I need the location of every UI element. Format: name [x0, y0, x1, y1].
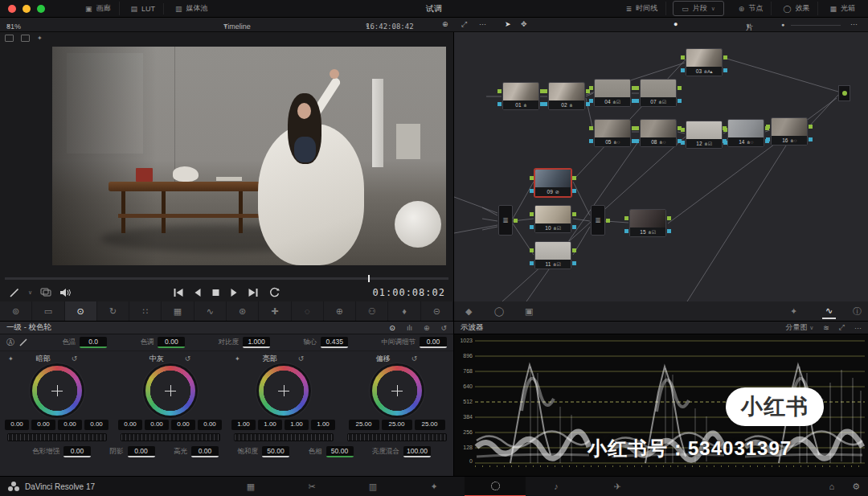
node-05[interactable]: 05ılı ◌ [594, 119, 631, 147]
reset-icon[interactable]: ↺ [298, 355, 305, 363]
page-media-button[interactable]: ▦ [220, 477, 281, 496]
camera-raw-icon[interactable]: ⊚ [0, 301, 32, 321]
page-fairlight-button[interactable]: ♪ [526, 477, 587, 496]
node-08[interactable]: 08ılı ◌ [640, 119, 677, 147]
node-options-icon[interactable]: ··· [850, 20, 858, 28]
lum-mix-field[interactable]: 100.00 [403, 446, 431, 457]
enhance-icon[interactable]: ✦ [37, 35, 43, 42]
pivot-field[interactable]: 0.435 [321, 337, 348, 348]
project-settings-icon[interactable]: ⚙ [852, 482, 860, 492]
curves-icon[interactable]: ∿ [194, 301, 227, 321]
viewer-canvas[interactable] [52, 47, 446, 265]
parallel-mixer-node[interactable]: ≣ [498, 205, 513, 236]
scope-settings-icon[interactable]: ≋ [823, 324, 829, 332]
power-window-icon[interactable]: ◌ [292, 301, 324, 321]
saturation-field[interactable]: 50.00 [262, 446, 289, 457]
tracker-icon[interactable]: ⊕ [324, 301, 356, 321]
stop-button[interactable] [212, 288, 220, 297]
blur-icon[interactable]: ♦ [388, 301, 420, 321]
scopes-panel-icon[interactable]: ∿ [822, 304, 836, 319]
go-to-end-button[interactable] [248, 288, 259, 297]
page-edit-button[interactable]: ▥ [342, 477, 403, 496]
node-04[interactable]: 04ılı ☑ [594, 79, 631, 107]
qualifier-icon[interactable]: ✚ [259, 301, 291, 321]
nodes-view-button[interactable]: ⊛ 节点 [731, 2, 772, 15]
offset-color-wheel[interactable] [372, 366, 422, 416]
bars-mode-icon[interactable]: ılı [407, 324, 412, 332]
scope-options-icon[interactable]: ··· [854, 324, 862, 332]
lift-master-slider[interactable] [7, 433, 107, 441]
wipe-compare-icon[interactable] [40, 288, 51, 297]
offset-g-field[interactable]: 25.00 [382, 420, 412, 430]
reset-icon[interactable]: ↺ [411, 355, 418, 363]
lift-r-field[interactable]: 0.00 [31, 420, 55, 430]
clips-view-button[interactable]: ▭ 片段 ∨ [673, 1, 724, 16]
gamma-color-wheel[interactable] [145, 366, 195, 416]
node-09-selected[interactable]: 09⊘ [534, 169, 571, 197]
gamma-master-slider[interactable] [121, 433, 220, 441]
page-cut-button[interactable]: ✂ [281, 477, 342, 496]
wheels-mode-icon[interactable]: ⊙ [389, 324, 395, 332]
play-button[interactable] [231, 288, 238, 297]
scope-expand-icon[interactable]: ⤢ [839, 323, 845, 332]
enhanced-viewer-icon[interactable]: ⤢ [461, 20, 467, 29]
magic-mask-icon[interactable]: ⚇ [356, 301, 388, 321]
page-fusion-button[interactable]: ✦ [403, 477, 465, 496]
zoom-slider-handle[interactable]: ● [781, 22, 784, 27]
step-back-button[interactable] [194, 288, 202, 297]
gallery-button[interactable]: ▣ 画廊 [77, 2, 120, 15]
info-panel-icon[interactable]: ⓘ [853, 305, 862, 318]
minimize-window-icon[interactable] [23, 5, 31, 13]
color-wheels-icon[interactable]: ⊙ [65, 301, 97, 321]
auto-balance-icon[interactable]: Ⓐ [6, 337, 14, 348]
stereo-panel-icon[interactable]: ▣ [525, 306, 533, 317]
lift-b-field[interactable]: 0.00 [84, 420, 108, 430]
wand-icon[interactable]: ✦ [235, 355, 240, 363]
timeline-view-button[interactable]: ≣ 时间线 [618, 2, 667, 15]
node-11[interactable]: 11ılı ☑ [534, 241, 571, 269]
color-picker-icon[interactable] [10, 288, 20, 297]
node-12[interactable]: 12ılı ☑ [686, 121, 723, 149]
reset-icon[interactable]: ↺ [72, 355, 78, 363]
node-02[interactable]: 02ılı [548, 82, 585, 110]
reset-all-icon[interactable]: ↺ [440, 324, 447, 332]
loop-button[interactable] [269, 287, 280, 297]
keyframes-panel-icon[interactable]: ◆ [465, 306, 472, 317]
cursor-tool-icon[interactable]: ➤ [505, 20, 511, 28]
lut-button[interactable]: ▤ LUT [123, 3, 165, 14]
temp-field[interactable]: 0.0 [80, 337, 107, 348]
viewer-options-icon[interactable]: ··· [479, 20, 486, 28]
node-graph[interactable]: 01ılı 02ılı 03ılı A▴ 04ılı ☑ 07ılı ☑ 05ı… [454, 32, 868, 301]
log-mode-icon[interactable]: ⊕ [424, 324, 430, 332]
node-07[interactable]: 07ılı ☑ [640, 79, 677, 107]
go-to-start-button[interactable] [174, 288, 184, 297]
keyer-icon[interactable]: ⊝ [421, 301, 453, 321]
midtone-detail-field[interactable]: 0.00 [420, 337, 447, 348]
page-deliver-button[interactable]: ✈ [587, 477, 648, 496]
gamma-y-field[interactable]: 0.00 [118, 420, 142, 430]
output-node[interactable] [838, 85, 850, 101]
page-color-button[interactable] [465, 477, 526, 496]
gamma-g-field[interactable]: 0.00 [171, 420, 195, 430]
hdr-grade-icon[interactable]: ↻ [97, 301, 129, 321]
wand-icon[interactable]: ✦ [8, 355, 14, 363]
gain-master-slider[interactable] [234, 433, 334, 441]
contrast-field[interactable]: 1.000 [243, 337, 270, 348]
close-window-icon[interactable] [8, 5, 16, 13]
effects-button[interactable]: ◯ 效果 [775, 2, 818, 15]
node-16[interactable]: 16ılı ◌ [771, 117, 808, 146]
lift-color-wheel[interactable] [32, 366, 82, 416]
color-boost-field[interactable]: 0.00 [63, 446, 91, 457]
lift-g-field[interactable]: 0.00 [58, 420, 82, 430]
scope-mode-select[interactable]: 分量图 ∨ [786, 322, 814, 333]
node-01[interactable]: 01ılı [502, 82, 539, 110]
node-15[interactable]: 15ılı ☑ [629, 209, 666, 237]
viewer-window2-icon[interactable] [21, 35, 30, 42]
gain-r-field[interactable]: 1.00 [258, 420, 282, 430]
lift-y-field[interactable]: 0.00 [5, 420, 29, 430]
hand-tool-icon[interactable]: ✥ [521, 20, 527, 28]
window-controls[interactable] [8, 5, 45, 13]
picker-white-balance-icon[interactable] [19, 338, 29, 348]
keyframe-toggle-icon[interactable]: ✦ [790, 306, 797, 317]
gamma-b-field[interactable]: 0.00 [198, 420, 222, 430]
